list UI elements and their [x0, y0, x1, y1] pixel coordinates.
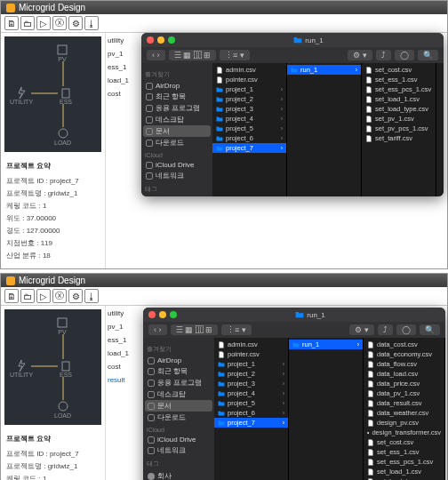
minimize-icon[interactable]: [159, 311, 166, 318]
file-item[interactable]: data_economy.csv: [364, 349, 444, 359]
maximize-icon[interactable]: [168, 36, 175, 44]
search-button[interactable]: 🔍: [418, 50, 438, 60]
nav-back-forward[interactable]: ‹ ›: [147, 50, 165, 60]
category-item[interactable]: load_1: [108, 76, 140, 84]
maximize-icon[interactable]: [170, 311, 177, 318]
folder-item[interactable]: project_7›: [214, 418, 288, 428]
folder-item[interactable]: project_3›: [212, 104, 286, 114]
close-icon[interactable]: [148, 311, 156, 318]
file-item[interactable]: data_weather.csv: [364, 408, 444, 418]
file-item[interactable]: data_cost.csv: [364, 340, 444, 349]
file-item[interactable]: set_load_type.csv: [364, 476, 444, 480]
sidebar-item[interactable]: 회사: [143, 196, 211, 196]
play-button[interactable]: ▷: [36, 16, 51, 30]
folder-item[interactable]: project_1›: [212, 84, 286, 94]
category-item[interactable]: pv_1: [108, 323, 140, 331]
file-button[interactable]: 🗎: [4, 16, 19, 30]
file-item[interactable]: design_transformer.csv: [364, 428, 444, 437]
search-button[interactable]: 🔍: [420, 324, 440, 335]
file-item[interactable]: set_load_1.csv: [364, 467, 444, 476]
tag-button[interactable]: ◯: [395, 50, 414, 60]
folder-item[interactable]: project_2›: [214, 369, 288, 379]
nav-back-forward[interactable]: ‹ ›: [148, 324, 167, 335]
folder-item[interactable]: project_7›: [212, 143, 286, 153]
sidebar-item[interactable]: 데스크탑: [143, 114, 211, 125]
sidebar-item[interactable]: 문서: [143, 125, 211, 137]
file-item[interactable]: admin.csv: [214, 340, 288, 349]
file-item[interactable]: set_tariff.csv: [362, 133, 436, 143]
close-button[interactable]: ⓧ: [52, 289, 67, 303]
category-item[interactable]: ess_1: [108, 63, 140, 71]
category-item[interactable]: cost: [108, 90, 140, 98]
sidebar-item[interactable]: 최근 항목: [145, 365, 212, 377]
file-item[interactable]: set_cost.csv: [364, 437, 444, 447]
file-item[interactable]: set_ess_1.csv: [364, 447, 444, 457]
sidebar-item[interactable]: 다운로드: [143, 137, 211, 148]
file-item[interactable]: data_flow.csv: [364, 359, 444, 369]
category-item[interactable]: result: [108, 376, 140, 384]
sidebar-item[interactable]: 문서: [145, 400, 212, 412]
file-item[interactable]: set_pv_1.csv: [362, 114, 436, 124]
sidebar-item[interactable]: AirDrop: [143, 81, 211, 91]
sidebar-item[interactable]: AirDrop: [145, 356, 212, 365]
sidebar-item[interactable]: 다운로드: [145, 412, 212, 423]
sidebar-item[interactable]: 네트워크: [143, 170, 211, 181]
group-dropdown[interactable]: ⋮≡ ▾: [221, 324, 252, 335]
folder-item[interactable]: project_2›: [212, 94, 286, 104]
play-button[interactable]: ▷: [36, 289, 51, 303]
folder-item[interactable]: run_1›: [287, 65, 361, 75]
folder-item[interactable]: project_5›: [214, 398, 288, 408]
group-dropdown[interactable]: ⋮≡ ▾: [220, 50, 250, 60]
sidebar-item[interactable]: 응용 프로그램: [145, 377, 212, 388]
file-item[interactable]: set_ess_pcs_1.csv: [364, 457, 444, 467]
file-item[interactable]: data_load.csv: [364, 369, 444, 379]
category-item[interactable]: cost: [108, 363, 140, 371]
folder-item[interactable]: project_1›: [214, 359, 288, 369]
download-button[interactable]: ⭳: [84, 16, 99, 30]
sidebar-item[interactable]: 네트워크: [145, 444, 212, 456]
sidebar-item[interactable]: 최근 항목: [143, 91, 211, 102]
folder-item[interactable]: project_4›: [214, 388, 288, 398]
category-item[interactable]: pv_1: [108, 50, 140, 58]
share-button[interactable]: ⤴: [378, 324, 393, 335]
category-item[interactable]: utility: [108, 309, 140, 317]
download-button[interactable]: ⭳: [84, 289, 99, 303]
view-mode-buttons[interactable]: ☰ ▦ ⿲ ⊞: [169, 50, 217, 60]
folder-item[interactable]: run_1›: [289, 340, 363, 349]
folder-item[interactable]: project_6›: [214, 408, 288, 418]
sidebar-item[interactable]: 데스크탑: [145, 388, 212, 400]
folder-item[interactable]: project_5›: [212, 124, 286, 133]
close-button[interactable]: ⓧ: [52, 16, 67, 30]
minimize-icon[interactable]: [157, 36, 164, 44]
file-item[interactable]: pointer.csv: [214, 349, 288, 359]
settings-button[interactable]: ⚙: [68, 16, 83, 30]
action-button[interactable]: ⚙ ▾: [349, 324, 374, 335]
file-item[interactable]: data_price.csv: [364, 379, 444, 388]
file-item[interactable]: set_ess_1.csv: [362, 75, 436, 84]
file-button[interactable]: 🗎: [4, 289, 19, 303]
action-button[interactable]: ⚙ ▾: [348, 50, 372, 60]
file-item[interactable]: data_pv_1.csv: [364, 388, 444, 398]
file-item[interactable]: data_result.csv: [364, 398, 444, 408]
file-item[interactable]: pointer.csv: [212, 75, 286, 84]
folder-item[interactable]: project_4›: [212, 114, 286, 124]
category-item[interactable]: ess_1: [108, 336, 140, 344]
sidebar-item[interactable]: 응용 프로그램: [143, 102, 211, 114]
file-item[interactable]: admin.csv: [212, 65, 286, 75]
file-item[interactable]: set_pv_pcs_1.csv: [362, 124, 436, 133]
folder-item[interactable]: project_3›: [214, 379, 288, 388]
sidebar-item[interactable]: 회사: [145, 470, 212, 480]
category-item[interactable]: load_1: [108, 349, 140, 357]
folder-button[interactable]: 🗀: [20, 289, 35, 303]
file-item[interactable]: set_ess_pcs_1.csv: [362, 84, 436, 94]
file-item[interactable]: set_load_1.csv: [362, 94, 436, 104]
file-item[interactable]: set_load_type.csv: [362, 104, 436, 114]
close-icon[interactable]: [147, 36, 154, 44]
tag-button[interactable]: ◯: [396, 324, 416, 335]
share-button[interactable]: ⤴: [376, 50, 391, 60]
category-item[interactable]: utility: [108, 36, 140, 44]
file-item[interactable]: set_cost.csv: [362, 65, 436, 75]
settings-button[interactable]: ⚙: [68, 289, 83, 303]
folder-button[interactable]: 🗀: [20, 16, 35, 30]
view-mode-buttons[interactable]: ☰ ▦ ⿲ ⊞: [171, 324, 219, 335]
